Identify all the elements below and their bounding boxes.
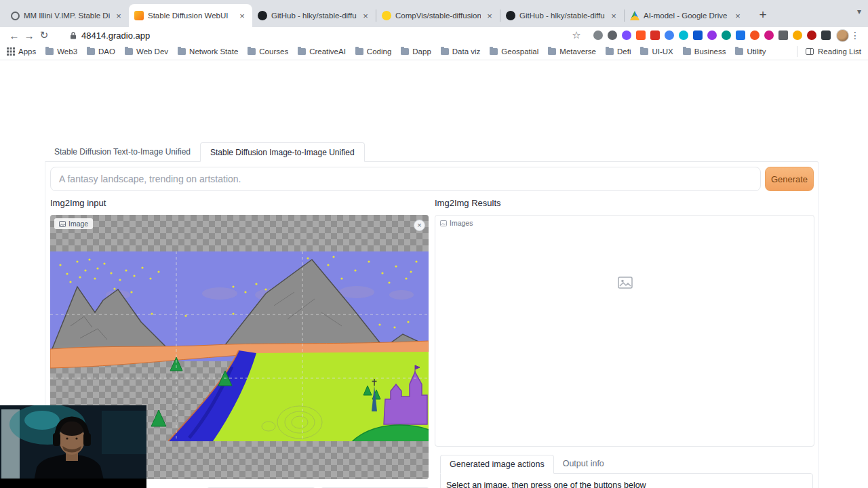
extension-icon[interactable] (593, 30, 603, 40)
folder-icon (298, 48, 306, 55)
bookmark-item[interactable]: Business (683, 47, 726, 56)
folder-icon (441, 48, 449, 55)
browser-toolbar: ← → ↻ 48414.gradio.app ☆ ⋮ (0, 27, 868, 43)
folder-icon (401, 48, 409, 55)
extension-icon[interactable] (622, 30, 631, 40)
bookmark-item[interactable]: Defi (606, 47, 631, 56)
extension-icon[interactable] (707, 30, 717, 40)
bookmark-label: Apps (18, 47, 36, 56)
folder-icon (355, 48, 363, 55)
bookmark-item[interactable]: Dapp (401, 47, 431, 56)
browser-tab-active[interactable]: Stable Diffusion WebUI × (129, 4, 252, 27)
extension-icon[interactable] (679, 30, 688, 40)
tab-title: GitHub - hlky/stable-diffusion… (519, 12, 605, 20)
bookmarks-bar: Apps Web3 DAO Web Dev Network State Cour… (0, 43, 868, 60)
tab-title: GitHub - hlky/stable-diffusio… (271, 12, 357, 20)
bookmark-item[interactable]: Web3 (45, 47, 77, 56)
extensions-row (593, 30, 831, 40)
tab-close-icon[interactable]: × (609, 11, 618, 21)
bookmark-item[interactable]: Geospatial (490, 47, 538, 56)
folder-icon (87, 48, 95, 55)
bookmark-label: Geospatial (501, 47, 538, 56)
extension-icon[interactable] (693, 30, 703, 40)
extension-icon[interactable] (807, 30, 816, 40)
bookmark-item[interactable]: Data viz (441, 47, 481, 56)
extension-icon[interactable] (608, 30, 617, 40)
results-gallery: Images (435, 215, 814, 447)
bookmark-label: Data viz (452, 47, 481, 56)
bookmark-label: UI-UX (652, 47, 673, 56)
reading-list-button[interactable]: Reading List (797, 46, 861, 57)
extension-icon[interactable] (722, 30, 731, 40)
browser-tab[interactable]: GitHub - hlky/stable-diffusio… × (252, 4, 376, 27)
puzzle-extension-icon[interactable] (821, 30, 831, 40)
bookmark-label: Network State (189, 47, 238, 56)
tab-generated-image-actions[interactable]: Generated image actions (440, 455, 554, 474)
app-tab-bar: Stable Diffusion Text-to-Image Unified S… (45, 142, 365, 162)
tab-image-to-image[interactable]: Stable Diffusion Image-to-Image Unified (200, 142, 365, 162)
bookmark-item[interactable]: CreativeAI (298, 47, 346, 56)
back-button[interactable]: ← (7, 30, 22, 41)
browser-menu-kebab-icon[interactable]: ⋮ (849, 30, 861, 41)
tab-title: CompVis/stable-diffusion - Hu… (395, 12, 481, 20)
bookmark-item[interactable]: DAO (87, 47, 115, 56)
bookmark-item[interactable]: Coding (355, 47, 391, 56)
address-bar[interactable]: 48414.gradio.app (69, 30, 150, 41)
extension-icon[interactable] (736, 30, 745, 40)
images-badge-icon (440, 220, 447, 226)
bookmark-label: DAO (98, 47, 115, 56)
bookmark-item[interactable]: Utility (735, 47, 766, 56)
prompt-input[interactable] (50, 167, 761, 191)
extension-icon[interactable] (793, 30, 802, 40)
extension-icon[interactable] (750, 30, 760, 40)
bookmark-item[interactable]: Network State (178, 47, 238, 56)
forward-button[interactable]: → (22, 30, 37, 41)
generate-button[interactable]: Generate (765, 167, 814, 191)
empty-image-placeholder-icon (618, 277, 633, 289)
tab-close-icon[interactable]: × (485, 11, 494, 21)
editor-close-button[interactable]: × (414, 220, 425, 231)
extension-icon[interactable] (636, 30, 646, 40)
tab-close-icon[interactable]: × (733, 11, 743, 21)
image-badge-label: Image (68, 220, 88, 228)
extension-icon[interactable] (778, 30, 788, 40)
tab-close-icon[interactable]: × (237, 11, 247, 21)
bookmark-label: Metaverse (559, 47, 596, 56)
browser-tab[interactable]: GitHub - hlky/stable-diffusion… × (500, 4, 624, 27)
site-favicon-icon (11, 12, 20, 20)
results-tab-bar: Generated image actions Output info (440, 455, 613, 474)
tab-close-icon[interactable]: × (361, 11, 370, 21)
extension-icon[interactable] (650, 30, 660, 40)
extension-icon[interactable] (764, 30, 774, 40)
bookmark-label: CreativeAI (309, 47, 346, 56)
tab-output-info[interactable]: Output info (554, 455, 613, 474)
tab-title: AI-model - Google Drive (644, 12, 729, 20)
reload-button[interactable]: ↻ (37, 29, 52, 41)
image-actions-panel: Select an image, then press one of the b… (440, 473, 813, 488)
images-badge-label: Images (450, 219, 473, 227)
tab-text-to-image[interactable]: Stable Diffusion Text-to-Image Unified (45, 142, 200, 162)
bookmark-item[interactable]: Courses (248, 47, 288, 56)
bookmark-label: Utility (747, 47, 766, 56)
browser-tab[interactable]: AI-model - Google Drive × (625, 4, 748, 27)
profile-avatar[interactable] (836, 29, 849, 42)
img2img-results-title: Img2Img Results (435, 198, 501, 208)
new-tab-button[interactable]: + (755, 7, 771, 22)
tab-overflow-chevron-icon[interactable]: ▾ (857, 7, 861, 16)
github-favicon-icon (506, 11, 515, 20)
bookmark-item[interactable]: Web Dev (125, 47, 168, 56)
bookmark-item-apps[interactable]: Apps (7, 47, 36, 56)
bookmark-item[interactable]: UI-UX (640, 47, 673, 56)
browser-tab[interactable]: MM Illini V.IMP. Stable Diffusi… × (5, 4, 129, 27)
folder-icon (125, 48, 133, 55)
extension-icon[interactable] (665, 30, 674, 40)
browser-tab[interactable]: CompVis/stable-diffusion - Hu… × (376, 4, 500, 27)
folder-icon (606, 48, 614, 55)
bookmark-item[interactable]: Metaverse (548, 47, 596, 56)
webcam-overlay (0, 405, 146, 488)
bookmark-star-icon[interactable]: ☆ (569, 29, 584, 41)
folder-icon (490, 48, 498, 55)
reading-list-icon (806, 47, 814, 56)
google-drive-favicon-icon (630, 11, 639, 20)
tab-close-icon[interactable]: × (114, 11, 123, 21)
